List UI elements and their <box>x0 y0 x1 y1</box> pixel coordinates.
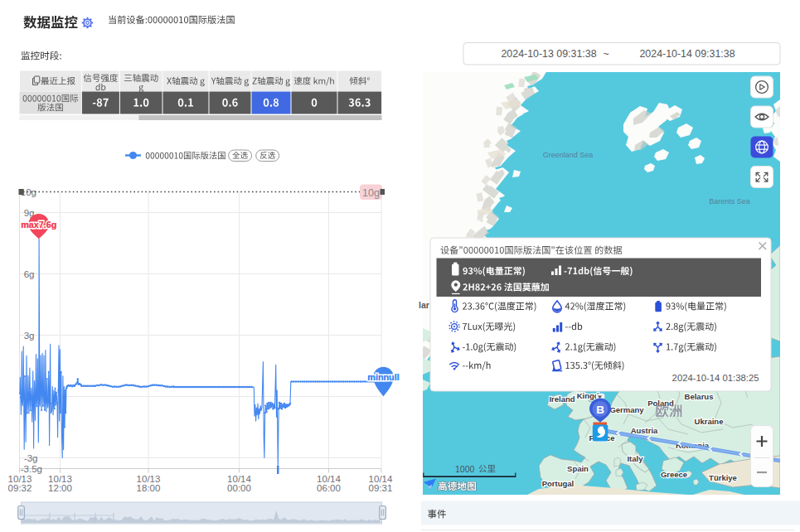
svg-text:Germany: Germany <box>609 405 644 414</box>
svg-text:Greenland Sea: Greenland Sea <box>543 151 594 159</box>
svg-text:6g: 6g <box>24 269 35 279</box>
svg-text:2024-10-14 01:38:25: 2024-10-14 01:38:25 <box>672 373 759 383</box>
svg-text:Austria: Austria <box>631 426 658 435</box>
svg-text:Belarus: Belarus <box>685 392 714 401</box>
svg-text:3g: 3g <box>24 331 35 341</box>
svg-text:Italy: Italy <box>627 454 643 463</box>
svg-text:2024-10-13 09:31:38: 2024-10-13 09:31:38 <box>501 48 596 60</box>
svg-text:Ukraine: Ukraine <box>695 417 724 426</box>
svg-text:09:31: 09:31 <box>369 483 393 493</box>
svg-text:Spain: Spain <box>567 464 589 473</box>
svg-text:2024-10-14 09:31:38: 2024-10-14 09:31:38 <box>639 48 735 60</box>
svg-text:Türkiye: Türkiye <box>709 473 737 482</box>
svg-text:06:00: 06:00 <box>317 483 341 493</box>
svg-text:Barents Sea: Barents Sea <box>709 197 750 206</box>
svg-text:Portugal: Portugal <box>542 479 575 488</box>
svg-text:Greece: Greece <box>661 470 687 479</box>
svg-text:~: ~ <box>603 48 608 60</box>
svg-text:09:32: 09:32 <box>8 483 32 493</box>
svg-text:1000: 1000 <box>455 464 475 474</box>
svg-text:12:00: 12:00 <box>48 483 72 493</box>
svg-text:-3g: -3g <box>24 453 38 463</box>
svg-text:lar: lar <box>419 300 429 310</box>
svg-text:-3.5g: -3.5g <box>21 464 42 474</box>
svg-text:B: B <box>596 404 604 416</box>
svg-text:minnull: minnull <box>367 372 399 382</box>
svg-text:10g: 10g <box>362 187 380 199</box>
svg-text:00:00: 00:00 <box>227 483 251 493</box>
svg-text:max7.6g: max7.6g <box>21 220 56 230</box>
svg-text:Ireland: Ireland <box>549 394 575 404</box>
svg-text:18:00: 18:00 <box>137 483 161 493</box>
